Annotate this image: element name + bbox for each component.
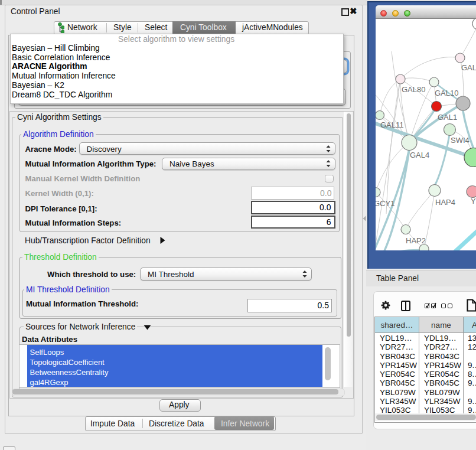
svg-text:GAL11: GAL11: [380, 120, 404, 129]
svg-text:GAL10: GAL10: [435, 89, 458, 97]
svg-text:GAL1: GAL1: [438, 113, 457, 122]
svg-text:SWI4: SWI4: [451, 136, 470, 145]
svg-text:GCY1: GCY1: [376, 199, 395, 208]
svg-text:GAL80: GAL80: [402, 85, 425, 94]
svg-text:GAL4: GAL4: [410, 151, 429, 159]
svg-text:HAP2: HAP2: [406, 236, 426, 245]
svg-text:HAP4: HAP4: [435, 198, 455, 207]
svg-text:Y: Y: [471, 197, 476, 206]
svg-text:GAL7: GAL7: [461, 63, 476, 72]
